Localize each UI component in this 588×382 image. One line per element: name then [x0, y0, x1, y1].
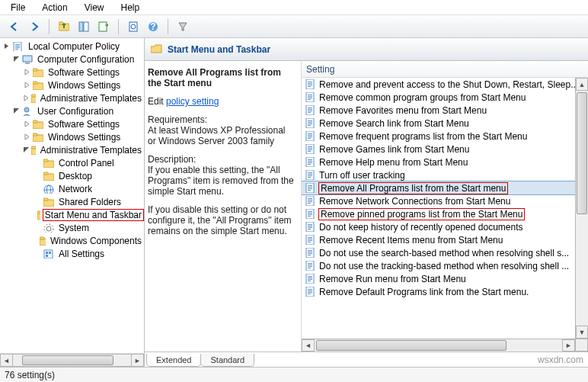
tab-extended[interactable]: Extended: [146, 354, 201, 367]
scroll-down-icon[interactable]: ▼: [576, 326, 588, 339]
setting-row[interactable]: Remove Run menu from Start Menu: [302, 272, 588, 285]
description-pane: Remove All Programs list from the Start …: [145, 61, 301, 352]
setting-row[interactable]: Remove Favorites menu from Start Menu: [302, 104, 588, 117]
expand-icon[interactable]: [23, 68, 31, 76]
tree-cc-software[interactable]: Software Settings: [2, 66, 144, 79]
setting-row[interactable]: Remove Search link from Start Menu: [302, 117, 588, 130]
policy-icon: [305, 209, 315, 220]
expand-icon[interactable]: [23, 120, 31, 128]
setting-row[interactable]: Turn off user tracking: [302, 169, 588, 181]
tree-network[interactable]: Network: [2, 182, 144, 195]
collapse-icon[interactable]: [23, 146, 30, 154]
setting-row[interactable]: Remove common program groups from Start …: [302, 91, 588, 104]
tree-windows-components[interactable]: Windows Components: [2, 234, 144, 247]
setting-row[interactable]: Remove and prevent access to the Shut Do…: [302, 78, 588, 91]
setting-row[interactable]: Remove All Programs list from the Start …: [302, 181, 588, 194]
tree-start-menu-taskbar[interactable]: Start Menu and Taskbar: [2, 208, 144, 221]
tree-system[interactable]: System: [2, 221, 144, 234]
scroll-right-icon[interactable]: ►: [562, 339, 575, 352]
scroll-track[interactable]: [13, 354, 131, 367]
scroll-thumb[interactable]: [316, 340, 507, 351]
setting-row[interactable]: Do not use the search-based method when …: [302, 246, 588, 259]
expand-icon[interactable]: [23, 94, 30, 102]
list-horizontal-scrollbar[interactable]: ◄ ►: [302, 339, 575, 352]
tree-control-panel[interactable]: Control Panel: [2, 156, 144, 169]
status-bar: 76 setting(s): [0, 367, 588, 382]
main-area: Local Computer Policy Computer Configura…: [0, 38, 588, 367]
settings-list[interactable]: Remove and prevent access to the Shut Do…: [302, 78, 588, 352]
tree-body[interactable]: Local Computer Policy Computer Configura…: [0, 38, 144, 353]
content-header: Start Menu and Taskbar: [145, 38, 588, 61]
scroll-left-icon[interactable]: ◄: [302, 339, 315, 352]
tree-uc-windows[interactable]: Windows Settings: [2, 130, 144, 143]
tree-uc-software[interactable]: Software Settings: [2, 117, 144, 130]
policy-icon: [305, 92, 315, 103]
folder-open-icon: [151, 44, 163, 55]
setting-row[interactable]: Remove Help menu from Start Menu: [302, 156, 588, 169]
setting-row[interactable]: Remove Default Programs link from the St…: [302, 285, 588, 298]
scroll-up-icon[interactable]: ▲: [576, 78, 588, 91]
scroll-left-icon[interactable]: ◄: [0, 354, 13, 367]
scroll-thumb[interactable]: [577, 92, 587, 214]
tree-root[interactable]: Local Computer Policy: [2, 40, 144, 53]
policy-icon: [13, 42, 24, 51]
help-button[interactable]: ?: [145, 18, 161, 35]
menu-view[interactable]: View: [77, 1, 112, 14]
tab-standard[interactable]: Standard: [200, 354, 254, 367]
collapse-icon[interactable]: [12, 107, 21, 115]
tree-item-label: User Configuration: [35, 105, 116, 117]
tree-item-label: Control Panel: [56, 157, 117, 169]
policy-icon: [305, 131, 315, 142]
setting-row[interactable]: Remove pinned programs list from the Sta…: [302, 207, 588, 220]
scroll-track[interactable]: [315, 339, 562, 352]
scroll-thumb[interactable]: [22, 355, 113, 365]
tree-user-config[interactable]: User Configuration: [2, 104, 144, 117]
collapse-icon[interactable]: [3, 42, 11, 50]
scroll-track[interactable]: [576, 91, 588, 326]
svg-rect-22: [99, 22, 107, 31]
setting-row[interactable]: Remove Recent Items menu from Start Menu: [302, 233, 588, 246]
column-header-setting[interactable]: Setting: [302, 61, 588, 78]
tree-cc-windows[interactable]: Windows Settings: [2, 79, 144, 91]
tree-root-label: Local Computer Policy: [26, 40, 122, 53]
forward-button[interactable]: [26, 18, 43, 35]
export-list-button[interactable]: [95, 18, 112, 35]
tree-uc-admin[interactable]: Administrative Templates: [2, 143, 144, 156]
setting-row[interactable]: Remove Games link from Start Menu: [302, 143, 588, 156]
setting-row[interactable]: Remove frequent programs list from the S…: [302, 130, 588, 143]
back-button[interactable]: [6, 18, 23, 35]
menu-help[interactable]: Help: [113, 1, 148, 14]
expand-icon[interactable]: [23, 81, 31, 89]
folder-icon: [31, 146, 36, 155]
menu-file[interactable]: File: [3, 1, 33, 14]
tree-shared-folders[interactable]: Shared Folders: [2, 195, 144, 208]
filter-button[interactable]: [174, 18, 191, 35]
setting-row[interactable]: Do not keep history of recently opened d…: [302, 220, 588, 233]
setting-label: Remove Games link from Start Menu: [318, 144, 470, 155]
edit-policy-link[interactable]: policy setting: [166, 96, 219, 107]
tree-item-label: System: [56, 222, 91, 234]
policy-icon: [305, 287, 315, 297]
setting-row[interactable]: Do not use the tracking-based method whe…: [302, 259, 588, 272]
setting-label: Remove Default Programs link from the St…: [318, 287, 529, 297]
tree-computer-config[interactable]: Computer Configuration: [2, 53, 144, 66]
show-hide-tree-button[interactable]: [75, 18, 92, 35]
requirements-text: At least Windows XP Professional or Wind…: [148, 125, 295, 146]
folder-icon: [37, 210, 40, 220]
refresh-button[interactable]: [125, 18, 142, 35]
tree-item-label: Software Settings: [46, 66, 122, 79]
tree-horizontal-scrollbar[interactable]: ◄ ►: [0, 353, 144, 367]
tree-all-settings[interactable]: All Settings: [2, 247, 144, 260]
collapse-icon[interactable]: [12, 55, 21, 63]
tree-cc-admin[interactable]: Administrative Templates: [2, 91, 144, 104]
setting-row[interactable]: Remove Network Connections from Start Me…: [302, 194, 588, 207]
description-text-2: If you disable this setting or do not co…: [148, 204, 295, 236]
menu-action[interactable]: Action: [34, 1, 75, 14]
setting-label: Do not keep history of recently opened d…: [318, 222, 524, 233]
up-button[interactable]: [56, 18, 72, 35]
vertical-scrollbar[interactable]: ▲ ▼: [575, 78, 588, 339]
tree-desktop[interactable]: Desktop: [2, 169, 144, 182]
scroll-right-icon[interactable]: ►: [131, 354, 144, 367]
status-text: 76 setting(s): [5, 370, 55, 380]
expand-icon[interactable]: [23, 133, 31, 141]
